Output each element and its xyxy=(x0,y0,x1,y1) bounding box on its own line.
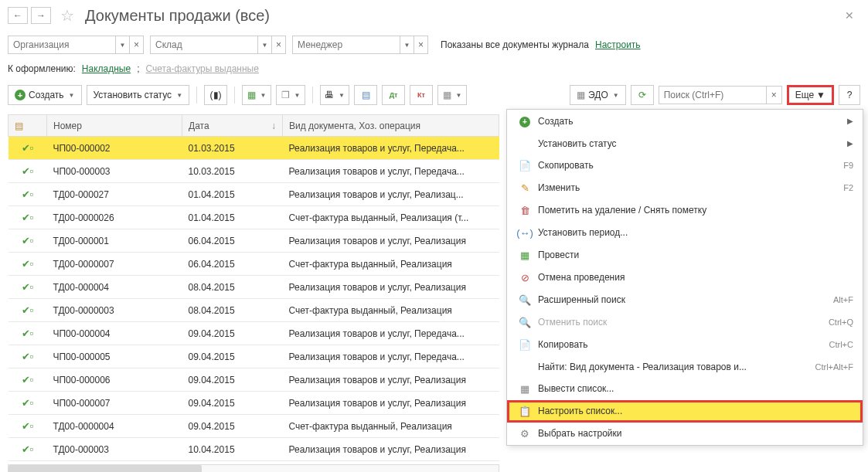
print-docs-button[interactable]: ❐▼ xyxy=(276,85,305,105)
table-row[interactable]: ✔▫ТД00-00000408.04.2015Реализация товаро… xyxy=(9,276,499,299)
doc-type: Реализация товаров и услуг, Реализация xyxy=(283,368,499,392)
menu-item[interactable]: 🔍Расширенный поискAlt+F xyxy=(507,289,863,311)
menu-item[interactable]: +Создать▶ xyxy=(507,110,863,133)
table-row[interactable]: ✔▫ЧП00-00000709.04.2015Реализация товаро… xyxy=(9,392,499,415)
configure-filter-link[interactable]: Настроить xyxy=(595,39,641,50)
menu-item-shortcut: Ctrl+C xyxy=(829,340,853,349)
menu-item[interactable]: ▦Вывести список... xyxy=(507,378,863,400)
table-row[interactable]: ✔▫ТД00-000000409.04.2015Счет-фактура выд… xyxy=(9,415,499,438)
menu-item-label: Отменить поиск xyxy=(538,317,829,328)
scroll-thumb[interactable] xyxy=(9,465,202,472)
docs-icon: ❐ xyxy=(281,90,290,100)
doc-type: Счет-фактура выданный, Реализация xyxy=(283,415,499,438)
table-row[interactable]: ✔▫ЧП00-00000310.03.2015Реализация товаро… xyxy=(9,160,499,183)
org-dropdown[interactable]: ▼ xyxy=(116,36,130,54)
table-row[interactable]: ✔▫ТД00-000002601.04.2015Счет-фактура выд… xyxy=(9,206,499,229)
menu-item[interactable]: ⊘Отмена проведения xyxy=(507,267,863,289)
menu-item-shortcut: F2 xyxy=(843,183,853,192)
menu-item[interactable]: 🗑Пометить на удаление / Снять пометку xyxy=(507,199,863,222)
report-icon: ▤ xyxy=(362,90,370,100)
doc-type: Реализация товаров и услуг, Реализац... xyxy=(283,183,499,206)
register-icon: ▦ xyxy=(443,90,451,100)
col-number-header[interactable]: Номер xyxy=(47,115,182,137)
col-date-header[interactable]: Дата↓ xyxy=(182,115,283,137)
doc-number: ТД00-0000004 xyxy=(47,415,182,438)
search-input[interactable] xyxy=(659,86,767,104)
doc-status-icon: ✔▫ xyxy=(22,281,34,293)
refresh-button[interactable]: ⟳ xyxy=(631,85,654,105)
doc-status-icon: ✔▫ xyxy=(22,212,34,223)
printer-icon: 🖶 xyxy=(325,90,334,100)
table-row[interactable]: ✔▫ТД00-00002701.04.2015Реализация товаро… xyxy=(9,183,499,206)
menu-item[interactable]: 📄СкопироватьF9 xyxy=(507,155,863,177)
barcode-icon: (▮) xyxy=(210,90,222,100)
doc-number: ЧП00-000004 xyxy=(47,322,182,345)
nakladnye-link[interactable]: Накладные xyxy=(82,63,131,74)
barcode-button[interactable]: (▮) xyxy=(204,85,227,105)
doc-status-icon: ✔▫ xyxy=(22,328,34,339)
menu-item[interactable]: 🔍Отменить поискCtrl+Q xyxy=(507,311,863,334)
manager-dropdown[interactable]: ▼ xyxy=(400,36,414,54)
col-type-header[interactable]: Вид документа, Хоз. операция xyxy=(283,115,499,137)
warehouse-dropdown[interactable]: ▼ xyxy=(258,36,272,54)
menu-item[interactable]: ⚙Выбрать настройки xyxy=(507,423,863,445)
page-title: Документы продажи (все) xyxy=(85,7,270,25)
menu-item[interactable]: ✎ИзменитьF2 xyxy=(507,177,863,199)
close-button[interactable]: ✕ xyxy=(839,6,860,25)
org-clear[interactable]: × xyxy=(130,36,144,54)
doc-number: ЧП00-000007 xyxy=(47,392,182,415)
menu-item[interactable]: Установить статус▶ xyxy=(507,133,863,155)
table-row[interactable]: ✔▫ТД00-000000706.04.2015Счет-фактура выд… xyxy=(9,253,499,276)
table-row[interactable]: ✔▫ЧП00-00000609.04.2015Реализация товаро… xyxy=(9,368,499,392)
to-process-label: К оформлению: xyxy=(8,63,76,74)
warehouse-clear[interactable]: × xyxy=(272,36,286,54)
doc-type: Реализация товаров и услуг, Передача... xyxy=(283,160,499,183)
table-row[interactable]: ✔▫ТД00-00000106.04.2015Реализация товаро… xyxy=(9,229,499,253)
register-button[interactable]: ▦▼ xyxy=(437,85,467,105)
warehouse-filter-input[interactable] xyxy=(150,36,258,54)
menu-item[interactable]: 📋Настроить список... xyxy=(507,400,863,423)
table-row[interactable]: ✔▫ТД00-000000308.04.2015Счет-фактура выд… xyxy=(9,299,499,322)
manager-clear[interactable]: × xyxy=(414,36,428,54)
doc-date: 01.04.2015 xyxy=(182,183,283,206)
print-button[interactable]: 🖶▼ xyxy=(320,85,349,105)
table-row[interactable]: ✔▫ТД00-00000310.04.2015Реализация товаро… xyxy=(9,438,499,461)
help-button[interactable]: ? xyxy=(839,85,860,105)
dt-icon: Дт xyxy=(390,91,398,99)
table-row[interactable]: ✔▫ЧП00-00000409.04.2015Реализация товаро… xyxy=(9,322,499,345)
kt-button[interactable]: Кт xyxy=(410,85,433,105)
dt-button[interactable]: Дт xyxy=(382,85,405,105)
menu-item-icon: 📄 xyxy=(519,339,531,351)
nav-forward-button[interactable]: → xyxy=(31,7,51,24)
more-button[interactable]: Еще ▼ xyxy=(787,85,834,105)
menu-item-icon: ✎ xyxy=(521,182,529,194)
doc-type: Реализация товаров и услуг, Реализация xyxy=(283,276,499,299)
menu-item[interactable]: ▦Провести xyxy=(507,244,863,267)
submenu-arrow-icon: ▶ xyxy=(847,117,853,125)
horizontal-scrollbar[interactable] xyxy=(8,464,499,472)
org-filter-input[interactable] xyxy=(8,36,116,54)
doc-flow-button[interactable]: ▦▼ xyxy=(242,85,271,105)
doc-header-icon: ▤ xyxy=(15,121,23,131)
favorite-star-icon[interactable]: ☆ xyxy=(59,7,76,24)
doc-number: ЧП00-000005 xyxy=(47,345,182,368)
doc-status-icon: ✔▫ xyxy=(22,258,34,270)
col-icon-header[interactable]: ▤ xyxy=(9,115,47,137)
report-button[interactable]: ▤ xyxy=(354,85,377,105)
menu-item[interactable]: Найти: Вид документа - Реализация товаро… xyxy=(507,356,863,378)
doc-number: ТД00-000003 xyxy=(47,438,182,461)
search-clear[interactable]: × xyxy=(767,86,782,104)
menu-item[interactable]: 📄КопироватьCtrl+C xyxy=(507,334,863,356)
table-row[interactable]: ✔▫ЧП00-00000201.03.2015Реализация товаро… xyxy=(9,137,499,160)
nav-back-button[interactable]: ← xyxy=(8,7,28,24)
menu-item-icon: 📄 xyxy=(519,160,531,171)
menu-item-label: Изменить xyxy=(538,182,843,193)
menu-item[interactable]: (↔)Установить период... xyxy=(507,222,863,244)
manager-filter-input[interactable] xyxy=(292,36,400,54)
create-button[interactable]: + Создать ▼ xyxy=(8,85,82,105)
menu-item-icon: 📋 xyxy=(519,406,531,417)
table-row[interactable]: ✔▫ЧП00-00000509.04.2015Реализация товаро… xyxy=(9,345,499,368)
edo-button[interactable]: ▦ ЭДО ▼ xyxy=(570,85,626,105)
menu-item-icon: ⚙ xyxy=(520,428,529,440)
set-status-button[interactable]: Установить статус ▼ xyxy=(87,85,190,105)
